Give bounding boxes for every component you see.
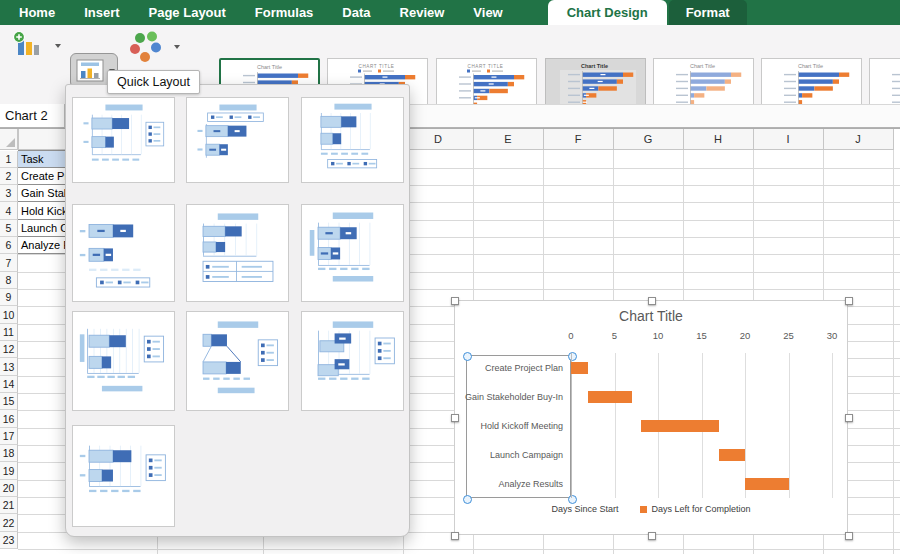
chart-resize-handle[interactable]: [845, 414, 853, 422]
column-header-h[interactable]: H: [683, 129, 753, 150]
x-axis-tick-label[interactable]: 20: [730, 330, 760, 341]
quick-layout-7[interactable]: [72, 311, 175, 411]
row-header-8[interactable]: 8: [0, 272, 18, 289]
column-header-f[interactable]: F: [543, 129, 613, 150]
category-label-gain-stakeholder-buy-in[interactable]: Gain Stakeholder Buy-In: [463, 382, 563, 411]
gantt-bar-launch-campaign[interactable]: [719, 449, 745, 461]
column-header-j[interactable]: J: [823, 129, 893, 150]
header-separator: [613, 129, 614, 150]
change-colors-button[interactable]: [124, 28, 182, 68]
row-header-16[interactable]: 16: [0, 410, 18, 427]
category-label-analyze-results[interactable]: Analyze Results: [463, 469, 563, 498]
chart-resize-handle[interactable]: [451, 532, 459, 540]
svg-text:CHART TITLE: CHART TITLE: [468, 64, 504, 69]
row-header-12[interactable]: 12: [0, 341, 18, 358]
axis-selection-handle[interactable]: [568, 495, 577, 504]
svg-text:Chart Title: Chart Title: [798, 63, 823, 69]
quick-layout-1[interactable]: [72, 97, 175, 183]
row-header-1[interactable]: 1: [0, 151, 18, 168]
quick-layout-4[interactable]: [72, 204, 175, 302]
chart-legend[interactable]: Days Since StartDays Left for Completion: [455, 504, 847, 514]
x-axis-tick-label[interactable]: 10: [643, 330, 673, 341]
column-header-g[interactable]: G: [613, 129, 683, 150]
chart-resize-handle[interactable]: [648, 297, 656, 305]
row-header-14[interactable]: 14: [0, 376, 18, 393]
header-separator: [893, 129, 894, 150]
svg-text:Chart Title: Chart Title: [257, 64, 282, 70]
tab-view[interactable]: View: [473, 0, 502, 25]
chart-title[interactable]: Chart Title: [455, 308, 847, 324]
tab-chart-design[interactable]: Chart Design: [548, 0, 667, 25]
x-axis-tick-label[interactable]: 30: [817, 330, 847, 341]
tab-home[interactable]: Home: [19, 0, 55, 25]
category-label-hold-kickoff-meeting[interactable]: Hold Kickoff Meeting: [463, 411, 563, 440]
row-header-5[interactable]: 5: [0, 220, 18, 237]
column-header-i[interactable]: I: [753, 129, 823, 150]
chart-resize-handle[interactable]: [845, 532, 853, 540]
row-header-23[interactable]: 23: [0, 532, 18, 549]
gantt-bar-gain-stakeholder-buy-in[interactable]: [588, 391, 632, 403]
tab-format[interactable]: Format: [669, 0, 747, 25]
row-header-22[interactable]: 22: [0, 514, 18, 531]
header-separator: [753, 129, 754, 150]
header-separator: [473, 129, 474, 150]
row-header-21[interactable]: 21: [0, 497, 18, 514]
add-chart-element-button[interactable]: [2, 28, 66, 100]
row-header-10[interactable]: 10: [0, 306, 18, 323]
quick-layout-10[interactable]: [72, 425, 175, 527]
tab-insert[interactable]: Insert: [84, 0, 119, 25]
row-header-18[interactable]: 18: [0, 445, 18, 462]
column-header-d[interactable]: D: [403, 129, 473, 150]
quick-layout-8[interactable]: [186, 311, 289, 411]
category-label-create-project-plan[interactable]: Create Project Plan: [463, 353, 563, 382]
tab-formulas[interactable]: Formulas: [255, 0, 314, 25]
chart-resize-handle[interactable]: [648, 532, 656, 540]
legend-item-days-left-for-completion[interactable]: Days Left for Completion: [640, 504, 750, 514]
column-header-e[interactable]: E: [473, 129, 543, 150]
axis-selection-handle[interactable]: [568, 352, 577, 361]
select-all-corner[interactable]: [0, 129, 18, 150]
quick-layout-dropdown: [65, 84, 410, 537]
gantt-bar-create-project-plan[interactable]: [571, 362, 588, 374]
quick-layout-2[interactable]: [186, 97, 289, 183]
gantt-chart[interactable]: Chart Title Days Since StartDays Left fo…: [454, 300, 848, 535]
row-header-11[interactable]: 11: [0, 324, 18, 341]
x-axis-tick-label[interactable]: 0: [556, 330, 586, 341]
legend-label: Days Since Start: [551, 504, 618, 514]
add-chart-element-label: [2, 62, 66, 75]
category-label-launch-campaign[interactable]: Launch Campaign: [463, 440, 563, 469]
row-header-7[interactable]: 7: [0, 254, 18, 271]
tab-page-layout[interactable]: Page Layout: [149, 0, 226, 25]
chart-gridline: [615, 353, 616, 498]
name-box-value: Chart 2: [5, 108, 48, 123]
row-header-13[interactable]: 13: [0, 358, 18, 375]
chart-resize-handle[interactable]: [451, 297, 459, 305]
quick-layout-6[interactable]: [301, 204, 404, 302]
x-axis-tick-label[interactable]: 25: [774, 330, 804, 341]
row-header-4[interactable]: 4: [0, 202, 18, 219]
legend-item-days-since-start[interactable]: Days Since Start: [551, 504, 618, 514]
tab-review[interactable]: Review: [400, 0, 445, 25]
x-axis-tick-label[interactable]: 15: [687, 330, 717, 341]
row-header-15[interactable]: 15: [0, 393, 18, 410]
quick-layout-9[interactable]: [301, 311, 404, 411]
chart-gridline: [789, 353, 790, 498]
row-header-17[interactable]: 17: [0, 428, 18, 445]
tab-data[interactable]: Data: [342, 0, 370, 25]
legend-label: Days Left for Completion: [651, 504, 750, 514]
row-header-20[interactable]: 20: [0, 480, 18, 497]
row-header-6[interactable]: 6: [0, 237, 18, 254]
quick-layout-3[interactable]: [301, 97, 404, 183]
gantt-bar-analyze-results[interactable]: [745, 478, 789, 490]
grid-vline: [893, 150, 894, 554]
gantt-bar-hold-kickoff-meeting[interactable]: [641, 420, 719, 432]
row-header-19[interactable]: 19: [0, 462, 18, 479]
chart-resize-handle[interactable]: [451, 414, 459, 422]
chart-resize-handle[interactable]: [845, 297, 853, 305]
x-axis-tick-label[interactable]: 5: [600, 330, 630, 341]
row-header-3[interactable]: 3: [0, 185, 18, 202]
row-header-2[interactable]: 2: [0, 168, 18, 185]
name-box[interactable]: Chart 2: [0, 104, 65, 128]
row-header-9[interactable]: 9: [0, 289, 18, 306]
quick-layout-5[interactable]: [186, 204, 289, 302]
